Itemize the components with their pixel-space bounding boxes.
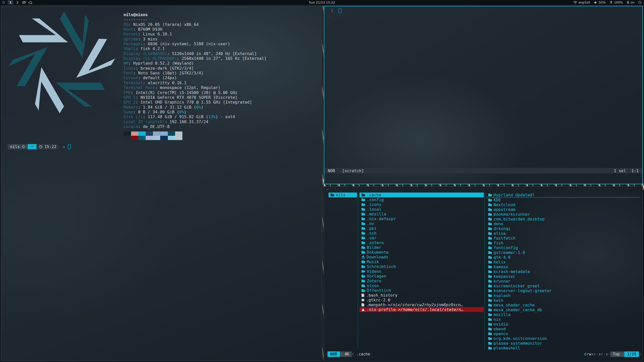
file-row[interactable]: Bilder [359,245,484,250]
file-row[interactable]: mozilla [486,312,640,317]
file-row[interactable]: Dokumente [359,250,484,255]
file-row[interactable]: nixos [359,283,484,288]
file-label: com.bitwarden.desktop [494,217,544,221]
file-row[interactable]: deno [486,221,640,226]
notification-bell-icon[interactable] [638,1,641,4]
breadcrumb: ~ [326,188,328,192]
file-row[interactable]: .icons [359,202,484,207]
file-row[interactable]: .cache [359,193,484,197]
file-row[interactable]: fontconfig [486,245,640,250]
file-row[interactable]: bookmarksrunner [486,212,640,217]
file-row[interactable]: .mozilla [359,212,484,216]
file-icon [361,294,364,297]
yazi-window[interactable]: ~ nils .cache.config.icons.local.mozilla… [324,186,643,361]
file-row[interactable]: gstreamer-1.0 [486,250,640,255]
file-row[interactable]: .pki [359,226,484,231]
file-row[interactable]: .local [359,207,484,212]
file-row[interactable]: Downloads [359,255,484,259]
palette-swatch [168,136,175,140]
file-row[interactable]: fastfetch [486,236,640,241]
nextcloud-sync-icon[interactable] [28,1,32,4]
file-row[interactable]: kscreenlocker_greet [486,284,640,288]
wifi-icon [573,1,577,4]
file-row[interactable]: drkonqi [486,226,640,231]
fastfetch-text: : default (24px) [138,75,177,80]
statusbar-badge: 1/25 [624,351,639,357]
file-row[interactable]: .nix-defexpr [359,216,484,221]
clock[interactable]: Sun 21/12 15:22 [0,1,644,4]
file-row[interactable]: gtk-4.0 [486,255,640,260]
file-row[interactable]: mesa_shader_cache_db [486,307,640,312]
file-row[interactable]: .gtkrc-2.0 [359,298,484,302]
file-label: .cache [367,193,381,197]
idle-inhibitor-eye-icon[interactable] [22,1,26,4]
fastfetch-text: : 192.168.31.37/24 [165,119,208,124]
fastfetch-text: : 1.94 GiB / 31.12 GiB ( [138,105,196,110]
file-row[interactable]: Nextcloud [486,202,640,207]
file-row[interactable]: nils [329,193,357,197]
palette-swatch [153,131,160,136]
file-label: .bash_history [366,293,397,298]
file-row[interactable]: KDE [486,198,640,202]
file-row[interactable]: keepassxc [486,274,640,279]
file-row[interactable]: fish [486,241,640,245]
fastfetch-line: Uptime: 3 mins [124,37,266,41]
microphone-module[interactable]: 100% [610,1,623,4]
file-row[interactable]: Videos [359,269,484,274]
line-number: 1 [331,8,333,13]
file-row[interactable]: krunner [486,279,640,284]
workspace-2-button[interactable]: 2 [15,0,20,5]
file-row[interactable]: .manpath -> /nix/store/cw2rhy2sjnm8pz9sc… [359,302,484,307]
file-row[interactable]: .bash_history [359,293,484,298]
palette-swatch [131,131,138,136]
file-row[interactable]: com.bitwarden.desktop [486,217,640,221]
folder-icon [361,232,365,235]
file-row[interactable]: appstream [486,207,640,212]
file-row[interactable]: elisa [486,231,640,236]
file-row[interactable]: opencv [486,331,640,336]
file-row[interactable]: Hyprland Updated! [486,193,640,198]
fastfetch-text: Host [124,27,133,32]
file-row[interactable]: Öffentlich [359,288,484,293]
terminal-window[interactable]: nils@nixos----------OS: NixOS 26.05 (Yar… [1,6,322,361]
file-row[interactable]: .var [359,236,484,240]
file-row[interactable]: ksplash [486,293,640,298]
file-row[interactable]: plasmashell [486,346,640,350]
file-row[interactable]: nvidia [486,322,640,327]
network-module[interactable]: enp5s0 [573,1,590,4]
file-row[interactable]: Vorlagen [359,274,484,279]
file-label: Schreibtisch [367,264,396,269]
file-row[interactable]: .nix-profile -> /home/nils/.local/state/… [359,307,484,312]
file-row[interactable]: kcrash-metadata [486,269,640,274]
file-row[interactable]: .zotero [359,240,484,245]
helix-window[interactable]: 1 ~ NOR [scratch] 1 sel 1:1 [324,6,643,184]
fastfetch-line: WM: Hyprland 0.52.2 (Wayland) [124,61,266,66]
bluetooth-module[interactable]: on [627,1,634,4]
file-row[interactable]: Schreibtisch [359,264,484,269]
file-row[interactable]: ksmserver-logout-greeter [486,288,640,293]
yazi-statusbar: 2NOR04K0.cache drwxr-xr-x2Top21/250 [325,351,641,357]
file-row[interactable]: .nv [359,221,484,226]
file-row[interactable]: mesa_shader_cache [486,303,640,307]
empty-line-tilde: ~ [328,14,331,18]
file-row[interactable]: kamoso [486,264,640,269]
volume-module[interactable]: 50% [594,1,606,4]
file-row[interactable]: Musik [359,259,484,264]
file-label: Vorlagen [367,274,386,279]
file-label: kscreenlocker_greet [494,284,540,288]
file-row[interactable]: helix [486,260,640,264]
file-row[interactable]: .ssh [359,231,484,236]
workspace-1-button[interactable]: 1 [8,0,13,5]
nixos-logo-icon[interactable] [2,1,5,4]
folder-icon [361,203,365,206]
file-label: obexd [494,327,506,331]
file-row[interactable]: Zotero [359,279,484,283]
file-row[interactable]: nix [486,317,640,322]
file-row[interactable]: .config [359,197,484,202]
file-row[interactable]: obexd [486,327,640,331]
file-row[interactable]: org.kde.unitconversion [486,336,640,341]
folder-icon [361,208,365,211]
file-row[interactable]: plasma-systemmonitor [486,341,640,346]
folder-icon [361,194,365,196]
file-row[interactable]: kwin [486,298,640,303]
